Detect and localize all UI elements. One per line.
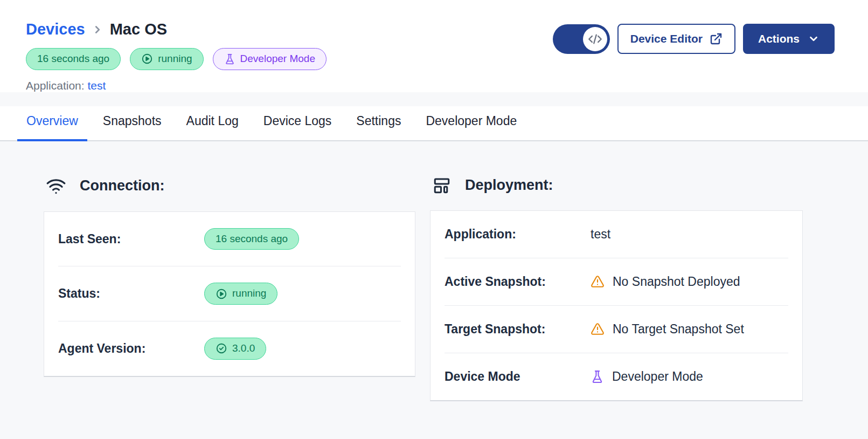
device-mode-value: Developer Mode <box>591 369 703 384</box>
agent-version-row: Agent Version: 3.0.0 <box>58 321 401 376</box>
actions-button-label: Actions <box>758 32 800 45</box>
last-seen-value-badge: 16 seconds ago <box>204 228 299 250</box>
breadcrumb-devices-link[interactable]: Devices <box>26 20 85 38</box>
active-snapshot-label: Active Snapshot: <box>445 275 591 289</box>
connection-section: Connection: Last Seen: 16 seconds ago St… <box>44 176 415 377</box>
status-value: running <box>204 283 277 305</box>
wifi-icon <box>46 176 66 196</box>
connection-header: Connection: <box>44 176 415 196</box>
warning-triangle-icon <box>591 275 605 289</box>
deployment-title: Deployment: <box>465 177 553 194</box>
active-snapshot-value: No Snapshot Deployed <box>591 275 740 289</box>
external-link-icon <box>710 32 723 45</box>
play-circle-icon <box>141 53 153 65</box>
actions-button[interactable]: Actions <box>743 24 835 54</box>
play-circle-icon <box>216 288 227 300</box>
target-snapshot-text: No Target Snapshot Set <box>613 322 744 337</box>
developer-mode-toggle[interactable] <box>553 24 610 54</box>
header-controls: Device Editor Actions <box>553 24 835 54</box>
application-row: Application: test <box>445 211 788 258</box>
last-seen-value: 16 seconds ago <box>204 228 299 250</box>
code-icon <box>588 32 602 46</box>
deployment-layout-icon <box>432 176 452 195</box>
application-row-label: Application: <box>445 227 591 242</box>
target-snapshot-value: No Target Snapshot Set <box>591 322 744 337</box>
breadcrumb: Devices Mac OS <box>26 20 327 38</box>
application-row-value: test <box>591 227 610 242</box>
agent-version-value: 3.0.0 <box>204 338 266 360</box>
status-label: Status: <box>58 286 204 301</box>
agent-version-label: Agent Version: <box>58 341 204 356</box>
last-seen-row: Last Seen: 16 seconds ago <box>58 212 401 266</box>
last-seen-value-text: 16 seconds ago <box>216 232 288 246</box>
header-left: Devices Mac OS 16 seconds ago running De… <box>26 20 327 92</box>
status-value-badge: running <box>204 283 277 305</box>
application-label: Application: <box>26 79 85 92</box>
status-value-text: running <box>232 287 266 300</box>
page-title: Mac OS <box>110 20 167 38</box>
flask-icon <box>591 370 604 383</box>
deployment-header: Deployment: <box>430 176 803 195</box>
tab-bar: Overview Snapshots Audit Log Device Logs… <box>0 106 868 141</box>
connection-title: Connection: <box>80 177 164 194</box>
chevron-down-icon <box>808 33 820 45</box>
device-editor-button[interactable]: Device Editor <box>617 24 735 54</box>
status-row: Status: running <box>58 266 401 321</box>
running-badge: running <box>130 48 203 70</box>
target-snapshot-label: Target Snapshot: <box>445 322 591 337</box>
application-line: Application: test <box>26 79 327 92</box>
chevron-right-icon <box>92 24 103 36</box>
active-snapshot-row: Active Snapshot: No Snapshot Deployed <box>445 258 788 305</box>
running-badge-label: running <box>158 52 192 66</box>
device-mode-row: Device Mode Developer Mode <box>445 353 788 400</box>
application-link[interactable]: test <box>87 79 106 92</box>
active-snapshot-text: No Snapshot Deployed <box>613 275 740 289</box>
flask-icon <box>224 53 235 65</box>
tab-overview[interactable]: Overview <box>17 106 87 141</box>
developer-mode-badge: Developer Mode <box>213 48 327 70</box>
target-snapshot-row: Target Snapshot: No Target Snapshot Set <box>445 305 788 353</box>
tab-audit-log[interactable]: Audit Log <box>177 106 248 141</box>
deployment-section: Deployment: Application: test Active Sna… <box>430 176 803 401</box>
check-circle-icon <box>216 342 227 354</box>
tab-device-logs[interactable]: Device Logs <box>254 106 341 141</box>
tab-settings[interactable]: Settings <box>347 106 410 141</box>
device-mode-text: Developer Mode <box>612 369 703 384</box>
developer-mode-badge-label: Developer Mode <box>240 52 315 66</box>
connection-card: Last Seen: 16 seconds ago Status: runnin… <box>44 211 415 377</box>
warning-triangle-icon <box>591 322 605 336</box>
toggle-knob <box>583 27 607 51</box>
overview-content: Connection: Last Seen: 16 seconds ago St… <box>0 141 868 439</box>
deployment-card: Application: test Active Snapshot: No Sn… <box>430 210 803 401</box>
last-seen-label: Last Seen: <box>58 232 204 246</box>
tab-developer-mode[interactable]: Developer Mode <box>416 106 526 141</box>
tab-snapshots[interactable]: Snapshots <box>94 106 171 141</box>
last-seen-badge: 16 seconds ago <box>26 48 121 70</box>
device-editor-button-label: Device Editor <box>630 32 703 45</box>
agent-version-text: 3.0.0 <box>232 342 255 355</box>
last-seen-badge-label: 16 seconds ago <box>37 52 109 66</box>
status-badges: 16 seconds ago running Developer Mode <box>26 48 327 70</box>
agent-version-badge: 3.0.0 <box>204 338 266 360</box>
device-mode-label: Device Mode <box>445 369 591 384</box>
page-header: Devices Mac OS 16 seconds ago running De… <box>0 0 868 92</box>
